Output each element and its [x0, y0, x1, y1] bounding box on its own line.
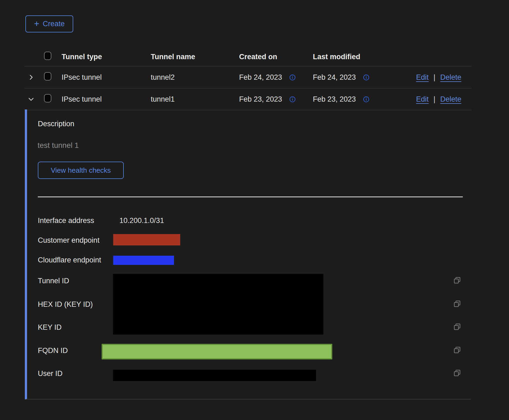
table-header-row: Tunnel type Tunnel name Created on Last …	[24, 47, 471, 66]
expand-row-button[interactable]	[28, 74, 35, 81]
row-checkbox[interactable]	[44, 94, 51, 102]
select-all-checkbox[interactable]	[44, 52, 51, 60]
hex-id-label: HEX ID (KEY ID)	[38, 300, 93, 309]
copy-icon	[453, 369, 461, 377]
last-modified-value: Feb 24, 2023	[313, 73, 356, 82]
description-value: test tunnel 1	[38, 141, 79, 150]
tunnel-type-cell: IPsec tunnel	[62, 95, 151, 104]
chevron-right-icon	[28, 74, 35, 81]
description-label: Description	[38, 120, 74, 128]
header-tunnel-name: Tunnel name	[151, 53, 239, 61]
tunnel-name-cell: tunnel1	[151, 95, 239, 104]
tunnels-page: { "create": {"plus": "+", "label": "Crea…	[0, 0, 509, 420]
copy-icon	[453, 323, 461, 331]
customer-endpoint-label: Customer endpoint	[38, 236, 99, 245]
copy-tunnel-id-button[interactable]	[453, 276, 461, 285]
fqdn-id-label: FQDN ID	[38, 346, 68, 355]
info-circle-icon	[363, 74, 370, 81]
action-separator: |	[434, 95, 436, 104]
created-on-value: Feb 24, 2023	[239, 73, 282, 82]
edit-link[interactable]: Edit	[416, 73, 429, 82]
last-modified-info-button[interactable]	[363, 74, 370, 81]
collapse-row-button[interactable]	[28, 96, 35, 103]
view-health-checks-button[interactable]: View health checks	[38, 162, 124, 179]
copy-user-id-button[interactable]	[453, 369, 461, 378]
header-last-modified: Last modified	[313, 53, 416, 61]
created-on-info-button[interactable]	[289, 96, 296, 103]
last-modified-value: Feb 23, 2023	[313, 95, 356, 104]
copy-hex-id-button[interactable]	[453, 300, 461, 308]
delete-link[interactable]: Delete	[440, 73, 461, 82]
info-circle-icon	[289, 74, 296, 81]
section-divider	[38, 196, 463, 197]
action-separator: |	[434, 73, 436, 82]
tunnel-type-cell: IPsec tunnel	[62, 73, 151, 82]
tunnels-table: Tunnel type Tunnel name Created on Last …	[24, 47, 471, 110]
copy-icon	[453, 346, 461, 354]
create-button[interactable]: + Create	[25, 15, 73, 32]
copy-icon	[453, 276, 461, 284]
fqdn-id-redaction	[102, 344, 332, 359]
interface-address-value: 10.200.1.0/31	[119, 216, 164, 225]
header-created-on: Created on	[239, 53, 313, 61]
info-circle-icon	[289, 96, 296, 103]
last-modified-info-button[interactable]	[363, 96, 370, 103]
customer-endpoint-redaction	[113, 234, 180, 245]
row-checkbox[interactable]	[44, 72, 51, 81]
plus-icon: +	[34, 19, 39, 28]
expanded-row-detail: Description test tunnel 1 View health ch…	[25, 109, 471, 399]
tunnel-name-cell: tunnel2	[151, 73, 239, 82]
copy-icon	[453, 300, 461, 308]
table-row-tunnel2: IPsec tunnel tunnel2 Feb 24, 2023 Feb 24…	[24, 66, 471, 88]
copy-fqdn-id-button[interactable]	[453, 346, 461, 355]
delete-link[interactable]: Delete	[440, 95, 461, 104]
cloudflare-endpoint-label: Cloudflare endpoint	[38, 256, 101, 264]
user-id-redaction	[113, 370, 316, 381]
cloudflare-endpoint-redaction	[113, 256, 174, 265]
created-on-value: Feb 23, 2023	[239, 95, 282, 104]
tunnel-id-label: Tunnel ID	[38, 277, 69, 285]
created-on-info-button[interactable]	[289, 74, 296, 81]
key-id-label: KEY ID	[38, 323, 62, 332]
copy-key-id-button[interactable]	[453, 323, 461, 331]
edit-link[interactable]: Edit	[416, 95, 429, 104]
user-id-label: User ID	[38, 369, 63, 378]
ids-redaction-block	[113, 274, 323, 335]
info-circle-icon	[363, 96, 370, 103]
chevron-down-icon	[28, 96, 35, 103]
interface-address-label: Interface address	[38, 216, 94, 225]
table-row-tunnel1: IPsec tunnel tunnel1 Feb 23, 2023 Feb 23…	[24, 88, 471, 110]
header-tunnel-type: Tunnel type	[62, 53, 151, 61]
create-button-label: Create	[43, 20, 65, 28]
